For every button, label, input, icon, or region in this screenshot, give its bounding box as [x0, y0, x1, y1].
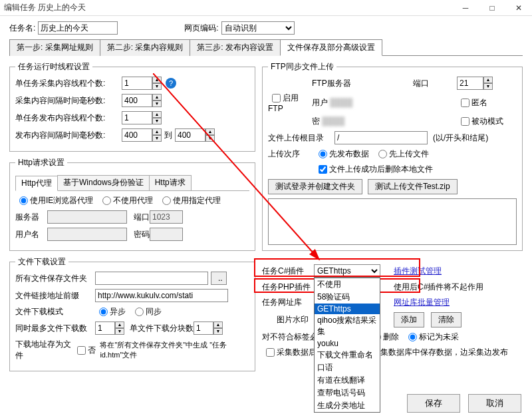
help-icon[interactable]: ?: [166, 78, 176, 89]
plugin-test-link[interactable]: 插件测试管理: [394, 266, 442, 277]
ftp-passive[interactable]: [461, 117, 469, 126]
publish-interval-from[interactable]: [122, 128, 152, 142]
tab-step3[interactable]: 第三步: 发布内容设置: [190, 39, 281, 56]
cancel-button[interactable]: 取消: [468, 394, 521, 413]
browse-folder[interactable]: ..: [211, 272, 227, 285]
proxy-user: [47, 228, 127, 241]
main-tabs: 第一步: 采集网址规则 第二步: 采集内容规则 第三步: 发布内容设置 文件保存…: [9, 39, 523, 56]
subtab-winauth[interactable]: 基于Windows身份验证: [57, 175, 150, 190]
enable-ftp[interactable]: [272, 94, 281, 103]
max-downloads[interactable]: [95, 321, 115, 335]
ftp-anon[interactable]: [461, 99, 469, 107]
proxy-custom-radio[interactable]: [162, 196, 171, 205]
proxy-server: [47, 210, 127, 224]
chunk-count[interactable]: [194, 321, 213, 335]
proxy-ie-radio[interactable]: [19, 196, 28, 205]
collect-threads[interactable]: [122, 77, 152, 90]
add-watermark[interactable]: 添加: [394, 312, 424, 327]
ftp-port[interactable]: [457, 77, 483, 90]
ftp-root[interactable]: [334, 131, 428, 144]
clear-watermark[interactable]: 清除: [431, 312, 462, 327]
save-url-no[interactable]: [77, 346, 86, 355]
miss-mark-radio[interactable]: [408, 333, 417, 341]
publish-interval-to[interactable]: [175, 128, 205, 142]
subtab-httpreq[interactable]: Http请求: [149, 175, 192, 190]
ftp-settings: FTP同步文件上传 FTP服务器端口 ▲▼ 启用FTP 用户 ████ 匿名 密…: [262, 61, 523, 251]
cs-plugin-dropdown[interactable]: 不使用 58验证码 GEThttps qihoo搜索结果采集 youku 下载文…: [314, 278, 380, 413]
save-button[interactable]: 保存: [407, 394, 460, 413]
tab-step4[interactable]: 文件保存及部分高级设置: [280, 39, 382, 56]
http-settings: Http请求设置 Http代理 基于Windows身份验证 Http请求 使用I…: [9, 157, 255, 251]
ftp-log[interactable]: [268, 198, 517, 245]
encoding-select[interactable]: 自动识别: [221, 21, 295, 35]
task-name-label: 任务名:: [9, 23, 35, 34]
titlebar: 编辑任务 历史上的今天 ─ □ ✕: [0, 0, 532, 16]
mode-async-radio[interactable]: [99, 308, 108, 316]
url-db-link[interactable]: 网址库批量管理: [394, 297, 450, 308]
test-upload-button[interactable]: 测试上传文件Test.zip: [368, 179, 458, 194]
tab-step2[interactable]: 第二步: 采集内容规则: [100, 39, 191, 56]
proxy-port: [150, 210, 183, 224]
maximize-button[interactable]: □: [479, 0, 505, 16]
download-settings: 文件下载设置 所有文件保存文件夹 .. 文件链接地址前缀 文件下载模式 异步 同…: [9, 256, 255, 371]
order-publish-radio[interactable]: [319, 150, 327, 158]
direct-publish[interactable]: [266, 348, 275, 357]
link-prefix[interactable]: [95, 289, 228, 302]
title-text: 编辑任务 历史上的今天: [4, 2, 452, 13]
minimize-button[interactable]: ─: [452, 0, 479, 16]
delete-after-upload[interactable]: [319, 165, 327, 174]
proxy-none-radio[interactable]: [102, 196, 111, 205]
thread-settings: 任务运行时线程设置 单任务采集内容线程个数: ▲▼ ? 采集内容间隔时间毫秒数:…: [9, 61, 255, 152]
mode-sync-radio[interactable]: [135, 308, 144, 316]
subtab-proxy[interactable]: Http代理: [15, 176, 58, 191]
order-upload-radio[interactable]: [378, 150, 387, 158]
collect-interval[interactable]: [122, 94, 152, 107]
publish-threads[interactable]: [122, 111, 152, 124]
close-button[interactable]: ✕: [505, 0, 532, 16]
encoding-label: 网页编码:: [184, 23, 218, 34]
cs-plugin-select[interactable]: GEThttps: [314, 264, 380, 278]
task-name-input[interactable]: [38, 21, 118, 35]
test-login-button[interactable]: 测试登录并创建文件夹: [268, 179, 362, 194]
proxy-pwd: [150, 228, 183, 241]
tab-step1[interactable]: 第一步: 采集网址规则: [9, 39, 100, 56]
save-folder[interactable]: [95, 272, 208, 285]
